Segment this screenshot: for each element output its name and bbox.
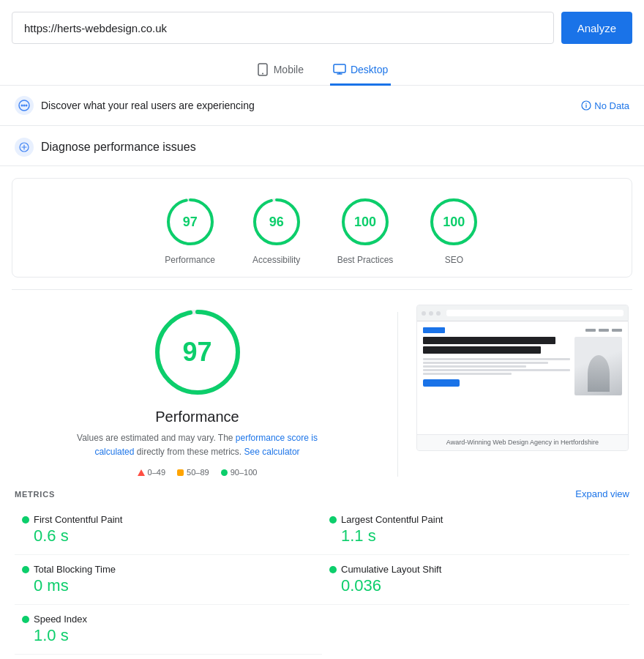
metric-tbt-value: 0 ms	[22, 576, 315, 595]
metric-lcp-value: 1.1 s	[329, 526, 622, 546]
performance-score: 97	[183, 215, 198, 230]
mode-tabs: Mobile Desktop	[0, 53, 644, 86]
url-input[interactable]: https://herts-webdesign.co.uk	[12, 12, 554, 44]
expand-view-link[interactable]: Expand view	[575, 488, 629, 499]
metric-cls: Cumulative Layout Shift 0.036	[322, 555, 629, 605]
diagnose-section-header: Diagnose performance issues	[0, 126, 644, 166]
best-practices-score: 100	[354, 215, 376, 230]
svg-point-7	[23, 105, 26, 107]
preview-main-content	[417, 321, 628, 434]
diagnose-icon	[15, 138, 34, 157]
accessibility-score: 96	[269, 215, 284, 230]
preview-nav-2	[599, 329, 609, 332]
legend-red-label: 0–49	[148, 468, 165, 477]
metric-fcp: First Contentful Paint 0.6 s	[15, 505, 322, 555]
preview-text-1	[423, 358, 570, 360]
desktop-icon	[333, 63, 346, 76]
score-legend: 0–49 50–89 90–100	[138, 468, 258, 477]
metric-fcp-dot	[22, 516, 29, 524]
tab-mobile-label: Mobile	[274, 64, 304, 75]
metric-tbt-name: Total Blocking Time	[22, 564, 315, 575]
accessibility-label: Accessibility	[252, 255, 300, 265]
no-data-label: No Data	[594, 100, 629, 111]
legend-red-icon	[138, 469, 145, 476]
metric-si: Speed Index 1.0 s	[15, 605, 322, 655]
metric-si-name: Speed Index	[22, 614, 315, 625]
preview-h1-line2	[423, 346, 541, 354]
score-card-best-practices[interactable]: 100 Best Practices	[337, 196, 394, 265]
preview-hero	[423, 337, 622, 395]
legend-orange-icon	[177, 469, 184, 476]
preview-nav-links	[446, 329, 622, 332]
perf-description: Values are estimated and may vary. The p…	[73, 431, 322, 459]
mobile-icon	[256, 63, 269, 76]
tab-desktop[interactable]: Desktop	[330, 56, 391, 86]
preview-dot-2	[429, 311, 433, 316]
metric-fcp-name: First Contentful Paint	[22, 514, 315, 525]
metric-si-value: 1.0 s	[22, 626, 315, 645]
performance-circle: 97	[165, 196, 216, 247]
metric-fcp-value: 0.6 s	[22, 526, 315, 546]
preview-hero-image	[574, 337, 622, 395]
preview-browser-bar	[417, 305, 628, 321]
analyze-button[interactable]: Analyze	[561, 12, 632, 44]
crux-icon	[15, 96, 34, 115]
svg-rect-2	[334, 64, 345, 72]
legend-orange-label: 50–89	[187, 468, 209, 477]
metrics-label: METRICS	[15, 490, 55, 499]
metric-tbt-dot	[22, 566, 29, 573]
legend-green-icon	[221, 469, 228, 476]
preview-hero-text	[423, 337, 570, 395]
preview-dot-1	[422, 311, 426, 316]
metrics-grid: First Contentful Paint 0.6 s Largest Con…	[0, 505, 644, 659]
big-performance-score: 97	[182, 337, 211, 368]
no-data-link[interactable]: No Data	[581, 100, 629, 111]
score-card-seo[interactable]: 100 SEO	[428, 196, 479, 265]
preview-address-bar	[446, 310, 624, 316]
info-banner-text: Discover what your real users are experi…	[41, 100, 255, 111]
url-bar-section: https://herts-webdesign.co.uk Analyze	[0, 0, 644, 53]
svg-point-8	[26, 105, 28, 107]
preview-text-2	[423, 362, 548, 364]
svg-point-6	[21, 105, 23, 107]
best-practices-circle: 100	[340, 196, 391, 247]
perf-detail: 97 Performance Values are estimated and …	[0, 290, 644, 477]
metric-cls-name: Cumulative Layout Shift	[329, 564, 622, 575]
seo-score: 100	[443, 215, 465, 230]
metric-cls-dot	[329, 566, 337, 573]
website-preview: Award-Winning Web Design Agency in Hertf…	[416, 305, 629, 451]
score-card-performance[interactable]: 97 Performance	[165, 196, 216, 265]
best-practices-label: Best Practices	[337, 255, 394, 265]
vertical-divider	[397, 312, 398, 477]
metric-cls-value: 0.036	[329, 576, 622, 595]
score-cards: 97 Performance 96 Accessibility	[27, 196, 617, 265]
svg-point-11	[586, 103, 587, 104]
perf-detail-title: Performance	[155, 409, 239, 425]
preview-nav-1	[585, 329, 596, 332]
preview-person-silhouette	[588, 355, 610, 392]
big-performance-circle: 97	[150, 305, 245, 400]
info-banner-left: Discover what your real users are experi…	[15, 96, 255, 115]
metric-lcp: Largest Contentful Paint 1.1 s	[322, 505, 629, 555]
metrics-header: METRICS Expand view	[0, 477, 644, 505]
seo-circle: 100	[428, 196, 479, 247]
performance-label: Performance	[165, 255, 215, 265]
preview-h1-line1	[423, 337, 555, 344]
preview-cta-button	[423, 379, 460, 387]
see-calculator-link[interactable]: See calculator	[244, 447, 300, 457]
legend-orange: 50–89	[177, 468, 209, 477]
perf-desc-text1: Values are estimated and may vary. The	[77, 433, 236, 443]
tab-mobile[interactable]: Mobile	[253, 56, 307, 86]
perf-detail-right: Award-Winning Web Design Agency in Hertf…	[413, 305, 632, 451]
preview-text-3	[423, 365, 526, 368]
legend-green: 90–100	[221, 468, 258, 477]
preview-nav-3	[612, 329, 622, 332]
preview-logo	[423, 327, 445, 333]
score-card-accessibility[interactable]: 96 Accessibility	[251, 196, 302, 265]
seo-label: SEO	[445, 255, 463, 265]
metric-tbt: Total Blocking Time 0 ms	[15, 555, 322, 605]
accessibility-circle: 96	[251, 196, 302, 247]
legend-red: 0–49	[138, 468, 165, 477]
preview-text-4	[423, 369, 570, 371]
legend-green-label: 90–100	[231, 468, 258, 477]
